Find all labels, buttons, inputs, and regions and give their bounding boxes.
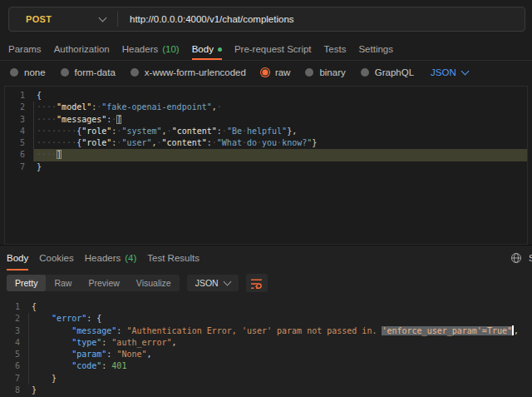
url-input[interactable]: http://0.0.0.0:4000/v1/chat/completions	[130, 14, 294, 24]
response-line-8[interactable]: 8}	[0, 385, 532, 396]
request-line-5[interactable]: 5········{"role":·"user",·"content":·"Wh…	[5, 137, 527, 149]
code-text: ····]	[33, 149, 527, 161]
request-line-3[interactable]: 3····"messages":·[	[5, 114, 527, 126]
request-line-1[interactable]: 1{	[5, 90, 527, 102]
tab-label: Body	[192, 44, 214, 54]
radio-label: binary	[319, 67, 345, 77]
code-text: "message": "Authentication Error, 'user'…	[28, 325, 532, 337]
response-tabs: BodyCookiesHeaders(4)Test Results	[7, 246, 200, 270]
request-line-6[interactable]: 6····]	[5, 149, 527, 161]
line-number: 8	[0, 385, 28, 396]
view-raw[interactable]: Raw	[46, 275, 80, 291]
response-line-2[interactable]: 2 "error": {	[0, 313, 532, 325]
radio-icon	[61, 68, 69, 77]
line-number: 3	[5, 114, 33, 126]
method-label: POST	[26, 14, 52, 24]
body-type-graphql[interactable]: GraphQL	[361, 67, 414, 77]
tab-label: Authorization	[54, 44, 110, 54]
radio-icon	[361, 68, 369, 77]
response-line-6[interactable]: 6 "code": 401	[0, 360, 532, 372]
code-text: {	[28, 301, 532, 313]
request-tab-headers[interactable]: Headers(10)	[122, 38, 180, 60]
tab-label: Headers	[85, 253, 121, 263]
response-toolbar: PrettyRawPreviewVisualize JSON	[0, 270, 532, 297]
response-tab-cookies[interactable]: Cookies	[39, 246, 74, 270]
response-tab-headers[interactable]: Headers(4)	[85, 246, 137, 270]
response-line-3[interactable]: 3 "message": "Authentication Error, 'use…	[0, 325, 532, 337]
response-body-viewer[interactable]: 1{2 "error": {3 "message": "Authenticati…	[0, 297, 532, 397]
tab-label: Params	[8, 44, 42, 54]
chevron-down-icon	[461, 67, 469, 76]
body-type-form-data[interactable]: form-data	[61, 67, 116, 77]
response-view-switcher: PrettyRawPreviewVisualize	[7, 275, 180, 291]
line-number: 4	[0, 337, 28, 349]
code-text: "error": {	[28, 313, 532, 325]
line-number: 7	[5, 161, 33, 173]
request-tab-tests[interactable]: Tests	[324, 38, 347, 60]
line-number: 5	[5, 137, 33, 149]
view-pretty[interactable]: Pretty	[7, 275, 46, 291]
body-type-none[interactable]: none	[10, 67, 46, 77]
request-tabs: ParamsAuthorizationHeaders(10)BodyPre-re…	[0, 38, 532, 61]
code-text: ····"model":·"fake-openai-endpoint",·	[33, 102, 527, 113]
request-tab-body[interactable]: Body	[192, 38, 222, 60]
method-selector[interactable]: POST	[9, 14, 117, 24]
tab-count: (10)	[162, 44, 179, 54]
tab-label: Cookies	[39, 253, 74, 263]
response-line-4[interactable]: 4 "type": "auth_error",	[0, 337, 532, 349]
body-type-x-www-form-urlencoded[interactable]: x-www-form-urlencoded	[131, 67, 246, 77]
code-text: ········{"role":·"user",·"content":·"Wha…	[33, 137, 527, 149]
code-text: "code": 401	[28, 360, 532, 372]
response-tabs-row: BodyCookiesHeaders(4)Test Results S	[0, 246, 532, 270]
body-content-dot	[218, 47, 222, 52]
chevron-down-icon	[99, 14, 107, 22]
wrap-text-button[interactable]	[246, 274, 268, 292]
tab-count: (4)	[125, 253, 136, 263]
response-line-5[interactable]: 5 "param": "None",	[0, 349, 532, 360]
tab-label: Tests	[324, 44, 347, 54]
line-number: 6	[5, 149, 33, 161]
code-text: {	[33, 90, 527, 102]
globe-icon[interactable]	[510, 251, 523, 265]
tab-label: Headers	[122, 44, 158, 54]
radio-label: form-data	[75, 67, 116, 77]
response-tab-test-results[interactable]: Test Results	[147, 246, 200, 270]
line-number: 6	[0, 360, 28, 372]
view-visualize[interactable]: Visualize	[128, 275, 180, 291]
url-container: POST http://0.0.0.0:4000/v1/chat/complet…	[8, 7, 525, 32]
request-line-2[interactable]: 2····"model":·"fake-openai-endpoint",·	[5, 102, 527, 113]
request-tab-params[interactable]: Params	[8, 38, 42, 60]
response-format-select[interactable]: JSON	[187, 275, 239, 291]
language-select[interactable]: JSON	[431, 67, 468, 77]
body-type-row: noneform-datax-www-form-urlencodedrawbin…	[0, 61, 532, 84]
view-preview[interactable]: Preview	[80, 275, 127, 291]
code-text: "param": "None",	[28, 349, 532, 360]
request-line-4[interactable]: 4········{"role":·"system",·"content":·"…	[5, 126, 527, 137]
body-type-raw[interactable]: raw	[261, 67, 291, 77]
request-url-bar: POST http://0.0.0.0:4000/v1/chat/complet…	[0, 0, 532, 38]
code-text: "type": "auth_error",	[28, 337, 532, 349]
tab-label: Body	[7, 253, 28, 263]
code-text: }	[28, 385, 532, 396]
request-tab-pre-request-script[interactable]: Pre-request Script	[234, 38, 312, 60]
line-number: 1	[0, 301, 28, 313]
request-body-editor[interactable]: 1{2····"model":·"fake-openai-endpoint",·…	[4, 86, 528, 245]
request-tab-settings[interactable]: Settings	[358, 38, 393, 60]
request-line-7[interactable]: 7}	[5, 161, 527, 173]
line-number: 1	[5, 90, 33, 102]
request-tab-authorization[interactable]: Authorization	[54, 38, 110, 60]
code-text: ····"messages":·[	[33, 114, 527, 126]
line-number: 2	[5, 102, 33, 113]
api-client-window: POST http://0.0.0.0:4000/v1/chat/complet…	[0, 0, 532, 397]
response-format-value: JSON	[195, 278, 219, 288]
radio-label: raw	[275, 67, 291, 77]
response-line-7[interactable]: 7 }	[0, 373, 532, 385]
body-type-binary[interactable]: binary	[305, 67, 345, 77]
line-number: 7	[0, 373, 28, 385]
response-section: BodyCookiesHeaders(4)Test Results S Pret…	[0, 246, 532, 397]
response-tab-body[interactable]: Body	[7, 246, 28, 270]
response-line-1[interactable]: 1{	[0, 301, 532, 313]
line-number: 5	[0, 349, 28, 360]
line-number: 3	[0, 325, 28, 337]
line-number: 4	[5, 126, 33, 137]
